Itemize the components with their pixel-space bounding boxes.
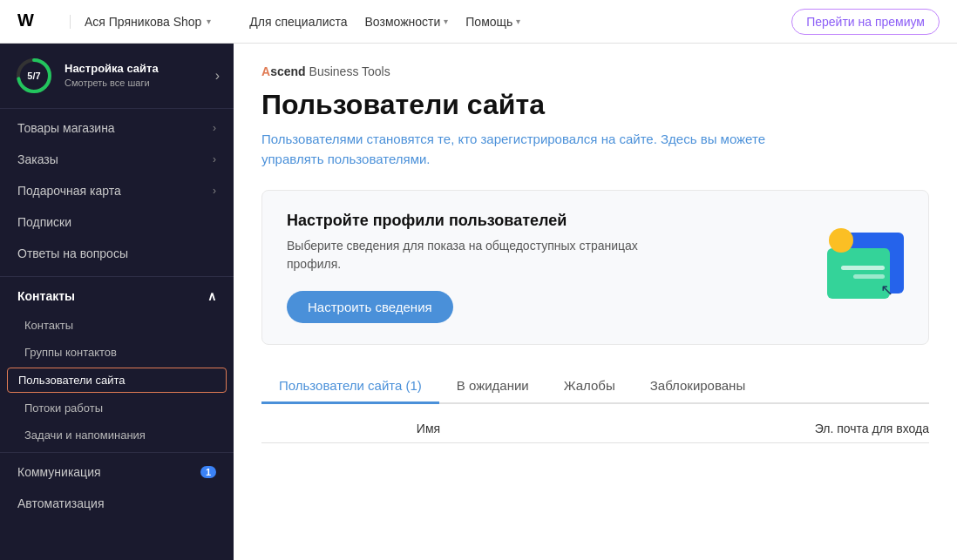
page-title: Пользователи сайта xyxy=(261,89,929,121)
tab-complaints[interactable]: Жалобы xyxy=(546,369,633,404)
illus-person-icon xyxy=(829,228,853,253)
page-description: Пользователями становятся те, кто зареги… xyxy=(261,130,828,169)
wix-logo: W xyxy=(17,10,49,33)
tab-blocked[interactable]: Заблокированы xyxy=(633,369,763,404)
svg-text:W: W xyxy=(17,10,34,28)
sidebar: 5/7 Настройка сайта Смотреть все шаги › … xyxy=(0,44,234,560)
sidebar-subitem-groups[interactable]: Группы контактов xyxy=(0,339,234,366)
sidebar-subitem-contacts[interactable]: Контакты xyxy=(0,312,234,339)
sidebar-item-subscriptions[interactable]: Подписки xyxy=(0,206,234,238)
sidebar-subitem-site-users[interactable]: Пользователи сайта xyxy=(7,368,227,393)
setup-text: Настройка сайта Смотреть все шаги xyxy=(64,62,205,89)
setup-chevron-icon: › xyxy=(215,68,220,84)
shop-chevron-icon: ▾ xyxy=(207,17,211,26)
sidebar-item-gift-card[interactable]: Подарочная карта › xyxy=(0,175,234,206)
help-chevron-icon: ▾ xyxy=(516,17,520,26)
breadcrumb: Ascend Business Tools xyxy=(261,64,929,78)
nav-features[interactable]: Возможности ▾ xyxy=(365,15,449,29)
breadcrumb-ascend: Ascend xyxy=(261,64,306,78)
sidebar-top-section: Товары магазина › Заказы › Подарочная ка… xyxy=(0,109,234,273)
shop-name: Ася Пряникова Shop xyxy=(85,15,201,29)
tabs-bar: Пользователи сайта (1) В ожидании Жалобы… xyxy=(261,369,929,404)
nav-help[interactable]: Помощь ▾ xyxy=(465,15,520,29)
content-area: Ascend Business Tools Пользователи сайта… xyxy=(234,44,957,560)
sidebar-item-automation[interactable]: Автоматизация xyxy=(0,488,234,519)
progress-circle: 5/7 xyxy=(14,56,54,96)
setup-sub: Смотреть все шаги xyxy=(64,77,205,89)
profile-illustration: ↖ xyxy=(799,224,904,311)
features-chevron-icon: ▾ xyxy=(444,17,448,26)
sidebar-subitem-tasks[interactable]: Задачи и напоминания xyxy=(0,422,234,449)
table-col-name: Имя xyxy=(261,422,595,435)
table-header: Имя Эл. почта для входа xyxy=(261,411,929,443)
communication-badge: 1 xyxy=(200,466,216,478)
setup-card-description: Выберите сведения для показа на общедост… xyxy=(287,237,670,273)
sidebar-item-orders[interactable]: Заказы › xyxy=(0,144,234,175)
sidebar-subitem-workflows[interactable]: Потоки работы xyxy=(0,395,234,422)
illus-line1 xyxy=(841,266,885,270)
tab-pending[interactable]: В ожидании xyxy=(439,369,546,404)
setup-profile-card: Настройте профили пользователей Выберите… xyxy=(261,190,929,345)
top-nav: W Ася Пряникова Shop ▾ Для специалиста В… xyxy=(0,0,957,44)
sidebar-divider-2 xyxy=(0,452,234,453)
setup-card-title: Настройте профили пользователей xyxy=(287,212,670,230)
breadcrumb-tools: Business Tools xyxy=(309,64,390,78)
orders-chevron-icon: › xyxy=(213,153,216,165)
setup-title: Настройка сайта xyxy=(64,62,205,77)
contacts-chevron-icon: ∧ xyxy=(207,289,216,303)
sidebar-contacts-submenu: Контакты Группы контактов Пользователи с… xyxy=(0,312,234,449)
setup-card-button[interactable]: Настроить сведения xyxy=(287,291,453,323)
sidebar-contacts-header[interactable]: Контакты ∧ xyxy=(0,280,234,312)
illus-line2 xyxy=(853,274,885,279)
table-col-email: Эл. почта для входа xyxy=(595,422,929,435)
products-chevron-icon: › xyxy=(213,122,216,134)
tab-site-users[interactable]: Пользователи сайта (1) xyxy=(261,369,439,404)
illus-cursor-icon: ↖ xyxy=(880,280,893,300)
nav-links: Для специалиста Возможности ▾ Помощь ▾ xyxy=(249,15,520,29)
main-layout: 5/7 Настройка сайта Смотреть все шаги › … xyxy=(0,44,957,560)
sidebar-item-products[interactable]: Товары магазина › xyxy=(0,112,234,144)
setup-banner[interactable]: 5/7 Настройка сайта Смотреть все шаги › xyxy=(0,44,234,109)
premium-button[interactable]: Перейти на премиум xyxy=(791,9,940,35)
progress-label: 5/7 xyxy=(27,71,40,81)
sidebar-item-communication[interactable]: Коммуникация 1 xyxy=(0,456,234,488)
nav-specialist[interactable]: Для специалиста xyxy=(249,15,347,29)
sidebar-item-faq[interactable]: Ответы на вопросы xyxy=(0,238,234,269)
shop-selector[interactable]: Ася Пряникова Shop ▾ xyxy=(70,15,211,29)
sidebar-divider-1 xyxy=(0,276,234,277)
giftcard-chevron-icon: › xyxy=(213,185,216,197)
